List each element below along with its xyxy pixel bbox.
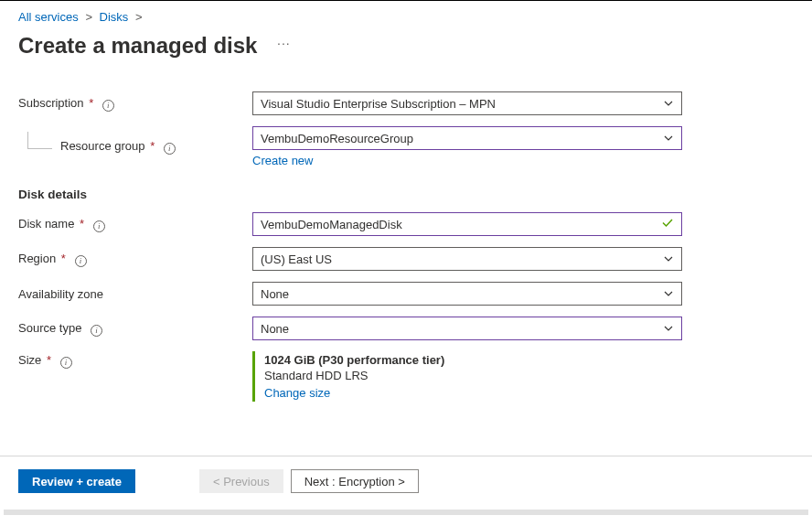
info-icon[interactable]: i — [93, 220, 105, 232]
chevron-down-icon — [663, 323, 674, 334]
required-indicator: * — [80, 217, 84, 231]
subscription-value: Visual Studio Enterprise Subscription – … — [261, 97, 496, 111]
required-indicator: * — [61, 252, 66, 265]
resource-group-select[interactable]: VembuDemoResourceGroup — [252, 126, 682, 150]
required-indicator: * — [47, 353, 51, 367]
info-icon[interactable]: i — [75, 255, 87, 267]
resource-group-label: Resource group — [60, 139, 145, 153]
chevron-right-icon: > — [135, 10, 143, 24]
create-new-link[interactable]: Create new — [252, 154, 313, 167]
review-create-button[interactable]: Review + create — [18, 469, 135, 493]
info-icon[interactable]: i — [102, 100, 114, 112]
availability-zone-label: Availability zone — [18, 287, 103, 301]
size-sku: Standard HDD LRS — [264, 369, 682, 382]
disk-details-header: Disk details — [18, 188, 794, 201]
subscription-label: Subscription — [18, 96, 84, 110]
next-button[interactable]: Next : Encryption > — [291, 469, 419, 493]
info-icon[interactable]: i — [91, 325, 102, 337]
info-icon[interactable]: i — [164, 143, 176, 155]
chevron-right-icon: > — [85, 10, 92, 24]
chevron-down-icon — [663, 133, 674, 144]
previous-button: < Previous — [199, 469, 283, 493]
info-icon[interactable]: i — [60, 357, 72, 369]
breadcrumb: All services > Disks > — [18, 10, 794, 24]
source-type-select[interactable]: None — [252, 317, 682, 340]
source-type-label: Source type — [18, 321, 81, 335]
required-indicator: * — [150, 139, 155, 153]
region-value: (US) East US — [261, 252, 332, 266]
subscription-select[interactable]: Visual Studio Enterprise Subscription – … — [252, 91, 682, 115]
breadcrumb-all-services[interactable]: All services — [18, 10, 79, 24]
disk-name-label: Disk name — [18, 217, 74, 231]
chevron-down-icon — [663, 98, 674, 109]
size-label: Size — [18, 353, 41, 367]
region-select[interactable]: (US) East US — [252, 247, 682, 271]
disk-name-value: VembuDemoManagedDisk — [261, 218, 402, 231]
disk-name-input[interactable]: VembuDemoManagedDisk — [252, 212, 682, 236]
required-indicator: * — [89, 96, 93, 110]
resource-group-value: VembuDemoResourceGroup — [261, 132, 413, 145]
scrollbar[interactable] — [4, 510, 808, 515]
source-type-value: None — [261, 322, 289, 336]
footer: Review + create < Previous Next : Encryp… — [0, 456, 812, 506]
chevron-down-icon — [663, 288, 674, 299]
page-title: Create a managed disk — [18, 33, 257, 59]
more-icon[interactable]: ··· — [277, 36, 291, 50]
check-icon — [661, 217, 674, 232]
size-summary: 1024 GiB (P30 performance tier) Standard… — [252, 351, 682, 402]
availability-zone-select[interactable]: None — [252, 282, 682, 306]
region-label: Region — [18, 252, 56, 265]
size-value: 1024 GiB (P30 performance tier) — [264, 353, 682, 367]
change-size-link[interactable]: Change size — [264, 386, 330, 400]
breadcrumb-disks[interactable]: Disks — [100, 10, 129, 24]
chevron-down-icon — [663, 253, 674, 264]
availability-zone-value: None — [261, 287, 289, 301]
